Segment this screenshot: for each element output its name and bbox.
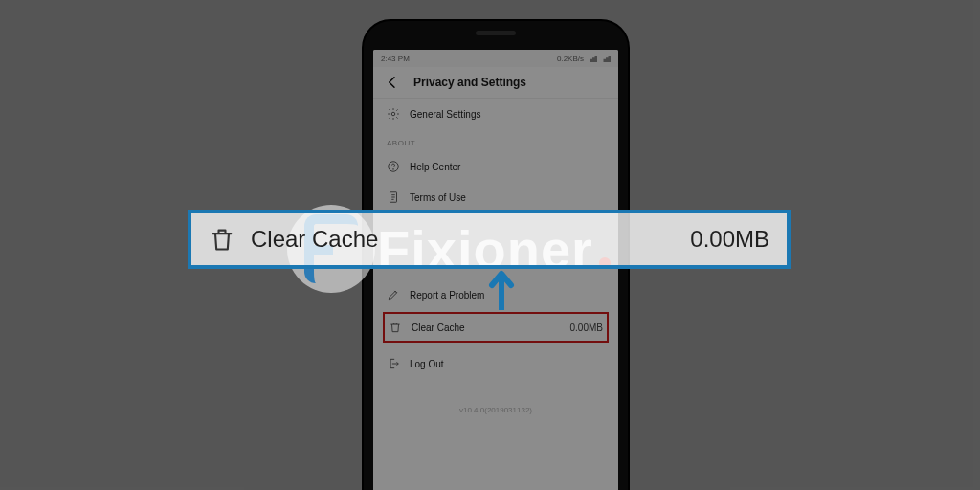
signal-icon [588, 55, 597, 62]
item-label: Report a Problem [410, 290, 484, 301]
item-label: Help Center [410, 162, 460, 172]
cache-size: 0.00MB [570, 323, 603, 333]
gear-icon [387, 107, 400, 121]
status-bar: 2:43 PM 0.2KB/s [373, 50, 618, 67]
pencil-icon [387, 288, 400, 301]
help-icon [387, 160, 400, 173]
item-clear-cache[interactable]: Clear Cache 0.00MB [385, 314, 607, 341]
logout-icon [387, 357, 400, 370]
highlight-clear-cache: Clear Cache 0.00MB [383, 312, 609, 343]
svg-point-0 [391, 112, 395, 116]
app-version: v10.4.0(2019031132) [373, 406, 618, 414]
item-label: Terms of Use [410, 192, 466, 203]
back-icon[interactable] [385, 75, 400, 90]
item-label: Clear Cache [412, 323, 465, 333]
page-header: Privacy and Settings [373, 67, 618, 99]
phone-speaker [476, 31, 516, 35]
page-title: Privacy and Settings [413, 76, 607, 89]
callout-label: Clear Cache [251, 226, 378, 253]
arrow-up-icon [488, 270, 515, 310]
status-net: 0.2KB/s [557, 55, 584, 63]
document-icon [387, 190, 400, 204]
section-about: ABOUT [373, 129, 618, 151]
status-time: 2:43 PM [381, 55, 410, 63]
callout-size: 0.00MB [690, 226, 769, 253]
item-label: Log Out [410, 359, 444, 369]
svg-point-2 [393, 169, 394, 170]
trash-icon [389, 321, 402, 334]
signal-icon [601, 55, 611, 62]
item-logout[interactable]: Log Out [373, 348, 618, 379]
callout-clear-cache: Clear Cache 0.00MB [188, 210, 791, 269]
trash-icon [209, 226, 235, 253]
item-general-settings[interactable]: General Settings [373, 99, 618, 129]
item-label: General Settings [410, 109, 481, 120]
item-help-center[interactable]: Help Center [373, 151, 618, 182]
item-terms[interactable]: Terms of Use [373, 182, 618, 212]
stage: 2:43 PM 0.2KB/s Privacy and Settings Gen… [0, 0, 980, 490]
